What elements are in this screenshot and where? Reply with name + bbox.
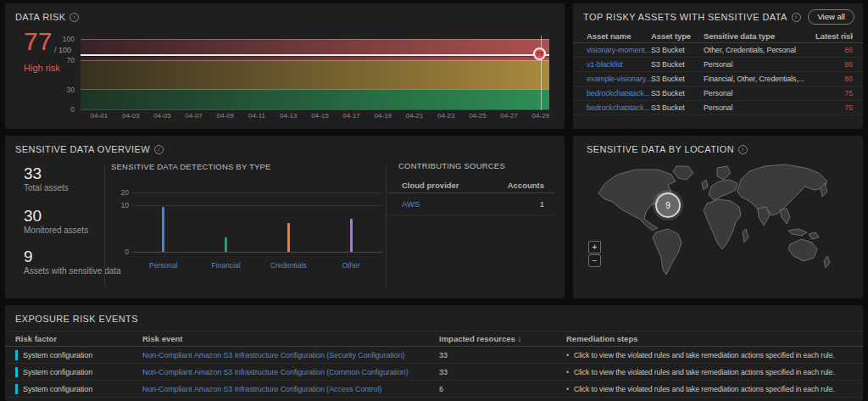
asset-name-link[interactable]: v1-blacklist <box>587 60 651 69</box>
remediation-step: •Click to view the violated rules and ta… <box>566 385 853 393</box>
risk-score-marker: 77 <box>533 47 546 60</box>
detections-chart-title: SENSITIVE DATA DETECTIONS BY TYPE <box>111 162 271 171</box>
location-title: SENSITIVE DATA BY LOCATION <box>587 144 734 154</box>
gridline <box>81 39 549 40</box>
table-row: System configurationNon-Compliant Amazon… <box>5 364 863 381</box>
asset-name-link[interactable]: visionary-moment... <box>587 46 651 54</box>
impacted-resources-count: 6 <box>439 385 566 393</box>
x-tick: 04-11 <box>248 112 265 120</box>
col-asset-name: Asset name <box>587 31 651 41</box>
col-latest-risk-score: Latest risk score <box>815 31 853 41</box>
asset-name-link[interactable]: bedrockchatstack... <box>587 103 651 112</box>
bar-credentials[interactable] <box>287 223 290 252</box>
stat-monitored-assets-label: Monitored assets <box>24 226 88 235</box>
latest-risk-score: 86 <box>815 60 853 69</box>
x-tick: 04-19 <box>375 112 392 120</box>
x-tick: 04-25 <box>469 112 486 120</box>
y-tick: 100 <box>49 35 75 43</box>
asset-name-link[interactable]: example-visionary... <box>587 75 651 83</box>
top-risky-title-row: TOP RISKY ASSETS WITH SENSITIVE DATA i <box>583 12 801 22</box>
y-tick: 30 <box>49 86 75 94</box>
asset-type: S3 Bucket <box>651 60 704 69</box>
accounts-count: 1 <box>493 199 544 209</box>
bar-category-label[interactable]: Personal <box>132 261 195 270</box>
impacted-resources-count: 33 <box>439 351 566 359</box>
location-title-row: SENSITIVE DATA BY LOCATION i <box>587 144 748 154</box>
sensitive-data-type: Personal <box>704 89 815 97</box>
bar-column <box>320 219 382 252</box>
risk-band-low <box>81 89 549 110</box>
table-row: visionary-moment...S3 BucketOther, Crede… <box>573 43 863 58</box>
overview-title-row: SENSITIVE DATA OVERVIEW i <box>15 144 164 154</box>
x-tick: 04-05 <box>153 112 170 120</box>
contributing-sources-body: AWS 1 <box>388 193 554 215</box>
contributing-sources-header: Cloud provider Accounts <box>388 178 554 193</box>
bar-category-label[interactable]: Financial <box>195 261 258 270</box>
table-row: bedrockchatstack...S3 BucketPersonal75 <box>573 86 863 101</box>
x-tick: 04-13 <box>280 112 297 120</box>
x-tick: 04-17 <box>342 112 359 120</box>
view-all-button[interactable]: View all <box>808 9 854 25</box>
remediation-text: Click to view the violated rules and tak… <box>574 385 835 393</box>
asset-type: S3 Bucket <box>651 75 704 83</box>
info-icon[interactable]: i <box>70 13 79 22</box>
bar-other[interactable] <box>350 219 353 252</box>
col-sensitive-data-type: Sensitive data type <box>704 31 815 41</box>
detections-bars <box>132 187 382 252</box>
col-cloud-provider: Cloud provider <box>402 181 493 190</box>
data-risk-title: DATA RISK <box>15 12 65 22</box>
divider <box>104 164 105 287</box>
stat-sensitive-assets-label: Assets with sensitive data <box>24 266 121 276</box>
risk-factor-severity-bar <box>15 384 18 394</box>
gridline <box>81 89 549 90</box>
overview-title: SENSITIVE DATA OVERVIEW <box>15 144 150 154</box>
exposure-table-body: System configurationNon-Compliant Amazon… <box>5 347 863 398</box>
bar-personal[interactable] <box>162 207 164 252</box>
risk-event-link[interactable]: Non-Compliant Amazon S3 Infrastructure C… <box>142 385 439 393</box>
data-risk-score: 77 <box>24 27 52 56</box>
contributing-sources-title: CONTRIBUTING SOURCES <box>398 161 505 170</box>
info-icon[interactable]: i <box>738 145 748 154</box>
top-risky-assets-panel: TOP RISKY ASSETS WITH SENSITIVE DATA i V… <box>573 3 863 129</box>
x-tick: 04-03 <box>122 112 139 120</box>
col-impacted-resources[interactable]: Impacted resources ↓ <box>439 334 566 343</box>
col-risk-factor: Risk factor <box>15 334 142 343</box>
latest-risk-score: 75 <box>815 103 853 112</box>
table-row: AWS 1 <box>388 193 554 215</box>
data-risk-score-denominator: / 100 <box>54 46 71 54</box>
map-zoom-in-button[interactable]: + <box>588 241 601 253</box>
map-zoom-out-button[interactable]: − <box>588 254 601 267</box>
bar-column <box>195 237 258 252</box>
y-tick: 70 <box>49 56 75 64</box>
risk-factor-severity-bar <box>15 367 18 377</box>
bar-category-label[interactable]: Credentials <box>258 261 320 270</box>
asset-type: S3 Bucket <box>651 89 704 97</box>
table-row: bedrockchatstack...S3 BucketPersonal75 <box>573 101 863 115</box>
bar-column <box>132 207 195 252</box>
bullet-icon: • <box>566 351 569 359</box>
top-risky-title: TOP RISKY ASSETS WITH SENSITIVE DATA <box>583 12 787 22</box>
divider <box>386 164 387 287</box>
risk-chart-x-labels: 04-0104-0304-0504-0704-0904-1104-1304-15… <box>81 112 549 122</box>
info-icon[interactable]: i <box>792 13 801 22</box>
y-tick: 0 <box>114 248 129 256</box>
risk-score-line <box>81 54 549 56</box>
y-tick: 0 <box>49 105 75 114</box>
risk-factor: System configuration <box>15 350 142 360</box>
bar-financial[interactable] <box>225 237 227 252</box>
detections-category-labels: PersonalFinancialCredentialsOther <box>132 261 382 270</box>
info-icon[interactable]: i <box>154 145 164 154</box>
stat-monitored-assets-value: 30 <box>24 207 42 226</box>
sensitive-data-type: Personal <box>704 60 815 69</box>
table-row: System configurationNon-Compliant Amazon… <box>5 347 863 364</box>
risk-event-link[interactable]: Non-Compliant Amazon S3 Infrastructure C… <box>142 368 439 376</box>
sensitive-data-type: Personal <box>704 103 815 112</box>
map-cluster-marker[interactable]: 9 <box>655 192 681 218</box>
bar-column <box>258 223 320 252</box>
risk-event-link[interactable]: Non-Compliant Amazon S3 Infrastructure C… <box>142 351 439 359</box>
asset-name-link[interactable]: bedrockchatstack... <box>587 89 651 97</box>
asset-type: S3 Bucket <box>651 103 704 112</box>
bar-category-label[interactable]: Other <box>320 261 382 270</box>
world-map[interactable] <box>592 161 846 288</box>
cloud-provider-link[interactable]: AWS <box>402 199 493 209</box>
